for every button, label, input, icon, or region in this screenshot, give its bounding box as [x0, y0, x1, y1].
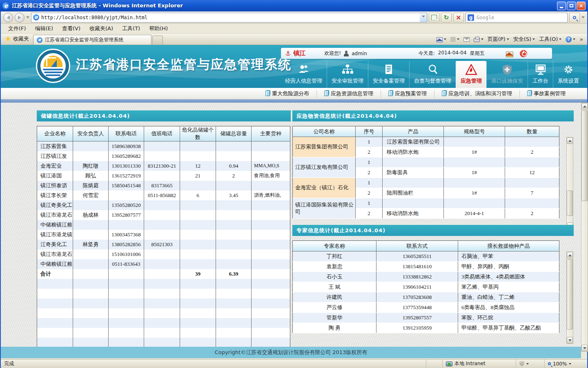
table-cell: [180, 318, 216, 328]
table-cell: [252, 230, 290, 240]
favorites-button[interactable]: 收藏夹: [1, 35, 33, 45]
warning-triangle-icon: [465, 64, 477, 75]
nav-self-inspection[interactable]: 自查与督查管理: [409, 61, 456, 88]
help-button[interactable]: [566, 36, 575, 43]
scroll-up-button[interactable]: [567, 252, 573, 258]
subnav-accident-cases[interactable]: 事故案例管理: [519, 90, 573, 97]
experts-statistics-panel: 专家信息统计(截止2014.04.04) 专家名称联系方式擅长救援物种产品 丁邦…: [292, 225, 574, 333]
table-row: 镇江市港龙石15106101006: [37, 249, 290, 259]
page-scrollbar[interactable]: [581, 103, 588, 352]
table-row: 管新华13952807557苯胺、环己烷: [293, 313, 559, 323]
minimize-button[interactable]: [557, 2, 566, 10]
subnav-plan-management[interactable]: 应急预案管理: [381, 90, 434, 97]
history-dropdown-icon[interactable]: [26, 16, 29, 20]
scrollbar-thumb[interactable]: [581, 110, 588, 201]
tools-menu-button[interactable]: 工具(O): [539, 36, 561, 43]
search-button[interactable]: [569, 13, 580, 22]
close-button[interactable]: ×: [577, 2, 586, 10]
menu-favorites[interactable]: 收藏夹(A): [85, 24, 117, 33]
table-cell: [252, 279, 290, 289]
table-row: 丁邦红13605285511石脑油、甲苯: [293, 251, 559, 262]
table-cell: [505, 178, 559, 188]
back-button[interactable]: [3, 13, 13, 22]
table-cell: 13615272919: [109, 171, 144, 181]
scrollbar-thumb[interactable]: [567, 259, 573, 330]
compatibility-view-button[interactable]: [429, 13, 439, 22]
table-cell: [252, 220, 290, 230]
supplies-table-scrollbar[interactable]: [566, 137, 573, 229]
protected-mode-button[interactable]: [516, 359, 544, 368]
table-cell: [144, 338, 180, 348]
table-cell: 沥青,燃料油,: [252, 191, 290, 200]
table-cell: [180, 240, 216, 249]
more-commands-button[interactable]: [579, 36, 583, 43]
table-cell: 陶 勇: [293, 323, 376, 333]
refresh-button[interactable]: [441, 13, 452, 22]
table-cell: [180, 200, 216, 210]
table-cell: 石脑油、甲苯: [458, 251, 559, 262]
table-row: 中储粮镇江粮0511-833643: [37, 259, 290, 269]
tank-statistics-panel: 储罐信息统计(截止2014.04.04) 企业名称安全负责人联系电话值班电话危化…: [37, 110, 291, 348]
subnav-resource-info[interactable]: 应急资源信息管理: [316, 90, 381, 97]
table-cell: 83173665: [144, 181, 180, 191]
table-cell: 83121300-21: [144, 161, 180, 171]
scroll-up-button[interactable]: [581, 103, 588, 110]
table-cell: 镇江港国: [37, 171, 73, 181]
home-button[interactable]: [437, 36, 446, 43]
menu-help[interactable]: 帮助(H): [145, 24, 172, 33]
user-avatar-icon: [343, 51, 349, 56]
safety-menu-button[interactable]: 安全(S): [513, 36, 535, 43]
active-tab[interactable]: 江苏省港口安全监管与应急管理系统: [33, 35, 151, 45]
nav-workbench[interactable]: 工作台: [528, 61, 553, 88]
table-cell: 1#: [444, 147, 505, 157]
nav-safety-filing[interactable]: 安全备案管理: [368, 61, 409, 88]
table-cell: [144, 249, 180, 259]
column-header: 安全负责人: [73, 126, 109, 141]
new-tab-button[interactable]: [152, 36, 163, 45]
scrollbar-thumb[interactable]: [567, 191, 573, 216]
table-cell: 1: [356, 178, 383, 188]
column-header: 规格型号: [444, 126, 505, 137]
print-button[interactable]: [474, 36, 483, 42]
table-cell: 石小玉: [293, 272, 376, 282]
zoom-control[interactable]: 100%: [544, 359, 587, 368]
table-row: 江苏镇江发电有限公司1: [293, 157, 559, 168]
forward-button[interactable]: [15, 13, 24, 22]
subnav-training-drill[interactable]: 应急培训、演练和演习管理: [434, 90, 519, 97]
url-dropdown-button[interactable]: [420, 13, 427, 22]
page-content: 储罐信息统计(截止2014.04.04) 企业名称安全负责人联系电话值班电话危化…: [1, 103, 587, 347]
table-cell: [73, 230, 109, 240]
table-cell: 管新华: [293, 313, 376, 323]
table-row: 合计396.39: [37, 269, 290, 279]
experts-table-scrollbar[interactable]: [566, 251, 573, 344]
menu-file[interactable]: 文件(F): [4, 24, 30, 33]
home-shortcut-icon[interactable]: [506, 52, 513, 57]
address-bar[interactable]: http://localhost:8080/yjpt/Main.html: [31, 13, 420, 22]
search-dropdown-icon[interactable]: [581, 16, 585, 20]
menu-view[interactable]: 查看(V): [58, 24, 85, 33]
supplies-table-header-row: 公司名称序号产品规格型号数量: [293, 126, 559, 137]
nav-operator-info[interactable]: 经营人信息管理: [281, 61, 327, 88]
table-cell: [383, 198, 444, 209]
table-cell: 13013011330: [109, 161, 144, 171]
feeds-button[interactable]: [450, 37, 459, 42]
experts-table: 专家名称联系方式擅长救援物种产品 丁邦红13605285511石脑油、甲苯袁新忠…: [292, 240, 559, 333]
nav-emergency-management[interactable]: 应急管理: [456, 61, 486, 88]
table-cell: 袁新忠: [293, 262, 376, 272]
scroll-up-button[interactable]: [567, 137, 573, 144]
menu-tools[interactable]: 工具(T): [118, 24, 144, 33]
menu-edit[interactable]: 编辑(E): [31, 24, 57, 33]
nav-safety-approval[interactable]: 安全审批管理: [327, 61, 368, 88]
column-header: 企业名称: [37, 126, 73, 141]
nav-system-settings[interactable]: 系统设置: [553, 61, 584, 88]
scroll-down-button[interactable]: [581, 345, 588, 351]
mail-button[interactable]: [463, 37, 470, 42]
subnav-hazard-distribution[interactable]: 重大危险源分布: [258, 90, 316, 97]
nav-port-facility-security[interactable]: 港口设施保安: [486, 61, 528, 88]
scroll-down-button[interactable]: [567, 337, 573, 343]
page-menu-button[interactable]: 页面(P): [488, 36, 509, 43]
restore-button[interactable]: [567, 2, 576, 10]
stop-button[interactable]: [453, 13, 464, 22]
logout-power-icon[interactable]: [520, 50, 527, 57]
search-box[interactable]: Google: [466, 13, 568, 22]
